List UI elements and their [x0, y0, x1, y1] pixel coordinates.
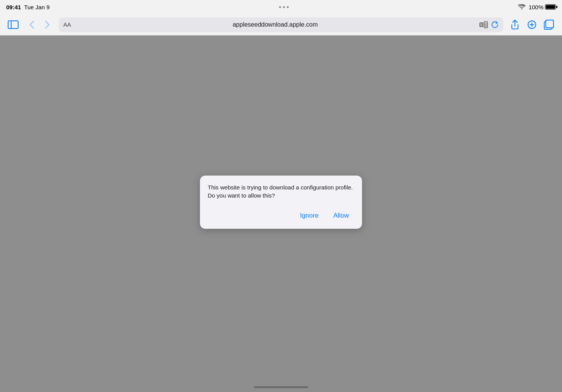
share-icon: [511, 20, 519, 30]
forward-button[interactable]: [40, 18, 54, 32]
dialog-overlay: This website is trying to download a con…: [0, 35, 562, 392]
url-text: appleseeddownload.apple.com: [74, 21, 476, 28]
nav-arrows: [25, 18, 54, 32]
status-bar-right: 100%: [518, 4, 556, 10]
status-bar-left: 09:41 Tue Jan 9: [6, 4, 50, 10]
dialog-box: This website is trying to download a con…: [200, 176, 362, 229]
status-bar: 09:41 Tue Jan 9 100%: [0, 0, 562, 14]
forward-arrow-icon: [45, 20, 50, 29]
status-bar-center: [279, 6, 289, 8]
back-button[interactable]: [25, 18, 39, 32]
home-indicator: [254, 386, 308, 388]
dot-1: [279, 6, 281, 8]
dialog-message: This website is trying to download a con…: [208, 183, 354, 199]
new-tab-icon: [527, 20, 537, 29]
tabs-overview-button[interactable]: [542, 18, 556, 32]
wifi-icon: [518, 4, 526, 10]
dot-2: [283, 6, 285, 8]
reload-icon[interactable]: [491, 21, 499, 29]
main-content: This website is trying to download a con…: [0, 35, 562, 392]
sidebar-icon: [8, 20, 19, 29]
ignore-button[interactable]: Ignore: [295, 209, 323, 223]
dot-3: [287, 6, 289, 8]
aa-text[interactable]: AA: [63, 21, 71, 28]
nav-right-buttons: [508, 18, 556, 32]
battery-percent: 100%: [529, 4, 543, 10]
nav-bar: AA appleseeddownload.apple.com: [0, 14, 562, 35]
status-time: 09:41: [6, 4, 21, 10]
battery-container: 100%: [529, 4, 556, 10]
dialog-actions: Ignore Allow: [200, 206, 362, 229]
share-button[interactable]: [508, 18, 522, 32]
url-bar[interactable]: AA appleseeddownload.apple.com: [59, 17, 503, 32]
new-tab-button[interactable]: [525, 18, 539, 32]
sidebar-toggle-button[interactable]: [6, 18, 20, 32]
svg-rect-2: [480, 23, 483, 27]
svg-rect-0: [8, 21, 18, 29]
tabs-overview-icon: [544, 20, 554, 30]
reader-mode-icon[interactable]: [479, 21, 488, 28]
allow-button[interactable]: Allow: [326, 209, 356, 223]
dialog-body: This website is trying to download a con…: [200, 176, 362, 206]
status-date: Tue Jan 9: [24, 4, 49, 10]
battery-fill: [546, 5, 555, 9]
battery-icon: [545, 4, 556, 10]
svg-rect-10: [546, 20, 554, 28]
back-arrow-icon: [29, 20, 34, 29]
